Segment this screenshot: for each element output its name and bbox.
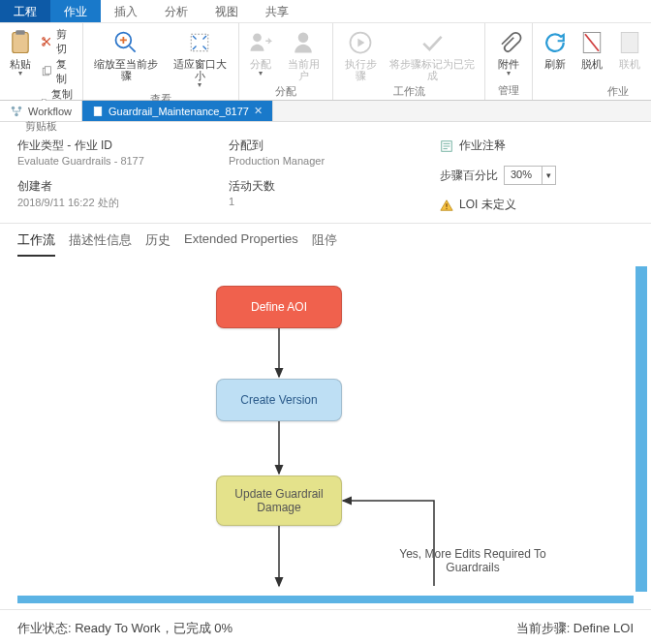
workflow-canvas[interactable]: Define AOI Create Version Update Guardra… — [17, 266, 634, 603]
play-icon — [347, 29, 374, 56]
chevron-down-icon: ▾ — [259, 69, 263, 77]
chevron-down-icon: ▾ — [18, 69, 22, 77]
chevron-down-icon: ▾ — [198, 80, 202, 89]
execute-step-button[interactable]: 执行步骤 — [337, 25, 384, 83]
svg-rect-19 — [94, 107, 102, 115]
ribbon-label-assign: 分配 — [243, 83, 328, 101]
sub-tab-workflow[interactable]: 工作流 — [17, 231, 55, 257]
refresh-button[interactable]: 刷新 — [537, 25, 574, 72]
tab-project[interactable]: 工程 — [0, 0, 50, 22]
workflow-canvas-wrap: Define AOI Create Version Update Guardra… — [17, 266, 647, 603]
attach-button[interactable]: 附件 ▾ — [489, 25, 528, 79]
active-days-value: 1 — [229, 196, 440, 207]
ribbon-label-manage: 管理 — [489, 82, 528, 100]
loi-warning: LOI 未定义 — [440, 197, 634, 213]
offline-icon — [578, 29, 605, 56]
assign-value: Production Manager — [229, 155, 440, 167]
ribbon-group-assign: 分配 ▾ 当前用户 分配 — [239, 23, 333, 100]
assign-button[interactable]: 分配 ▾ — [243, 25, 279, 79]
tab-view[interactable]: 视图 — [202, 0, 252, 22]
ribbon-label-workflow: 工作流 — [337, 83, 480, 101]
paste-icon — [7, 29, 34, 56]
pct-value: 30% — [505, 167, 542, 184]
paperclip-icon — [495, 29, 522, 56]
chevron-down-icon: ▾ — [542, 167, 555, 184]
offline-button[interactable]: 脱机 — [574, 25, 610, 72]
sub-tabs: 工作流 描述性信息 历史 Extended Properties 阻停 — [0, 224, 651, 257]
job-type-label: 作业类型 - 作业 ID — [17, 138, 229, 154]
sub-tab-desc[interactable]: 描述性信息 — [69, 231, 132, 257]
current-user-button[interactable]: 当前用户 — [279, 25, 328, 83]
user-arrow-icon — [247, 29, 274, 56]
online-icon — [616, 29, 643, 56]
sub-tab-history[interactable]: 历史 — [145, 231, 170, 257]
doc-tab-file[interactable]: Guardrail_Maintenance_8177 ✕ — [82, 101, 273, 121]
pct-dropdown[interactable]: 30% ▾ — [504, 166, 556, 185]
copy-button[interactable]: 复制 — [41, 57, 75, 86]
chevron-down-icon: ▾ — [507, 69, 511, 77]
close-icon[interactable]: ✕ — [254, 105, 263, 117]
fit-window-icon — [186, 29, 213, 56]
svg-rect-5 — [46, 67, 51, 75]
svg-point-18 — [15, 112, 18, 116]
top-tabs: 工程 作业 插入 分析 视图 共享 — [0, 0, 651, 23]
node-update-damage[interactable]: Update Guardrail Damage — [216, 475, 342, 526]
paste-button[interactable]: 粘贴 ▾ — [4, 25, 37, 79]
svg-rect-13 — [621, 33, 638, 53]
pct-label: 步骤百分比 — [440, 168, 498, 184]
horizontal-scrollbar[interactable] — [17, 596, 634, 603]
svg-point-9 — [254, 33, 263, 42]
notes-icon — [440, 139, 453, 153]
ribbon-group-manage: 附件 ▾ 管理 — [485, 23, 533, 100]
job-notes[interactable]: 作业注释 — [440, 138, 634, 154]
tab-work[interactable]: 作业 — [50, 0, 101, 22]
creator-value: 2018/9/11 16:22 处的 — [17, 196, 229, 210]
copy-icon — [41, 65, 52, 78]
creator-label: 创建者 — [17, 178, 229, 195]
vertical-scrollbar[interactable] — [636, 266, 647, 592]
ribbon-group-job: 刷新 脱机 联机 克隆作业 作业 — [533, 23, 651, 100]
ribbon-group-clipboard: 粘贴 ▾ 剪切 复制 复制路径 剪贴板 — [0, 23, 83, 100]
assign-label: 分配到 — [229, 138, 440, 154]
svg-point-10 — [298, 33, 309, 44]
sub-tab-ext[interactable]: Extended Properties — [184, 231, 298, 257]
edge-label-more-edits: Yes, More Edits Required To Guardrails — [390, 547, 555, 574]
svg-point-16 — [12, 106, 16, 109]
fit-window-button[interactable]: 适应窗口大小 ▾ — [165, 25, 234, 91]
svg-point-21 — [446, 207, 447, 208]
refresh-icon — [542, 29, 569, 56]
check-icon — [418, 29, 446, 56]
svg-rect-1 — [16, 30, 24, 35]
sub-tab-block[interactable]: 阻停 — [312, 231, 337, 257]
mark-done-button[interactable]: 将步骤标记为已完成 — [384, 25, 480, 83]
user-icon — [290, 29, 317, 56]
job-type-value: Evaluate Guardrails - 8177 — [17, 155, 229, 167]
node-create-version[interactable]: Create Version — [216, 379, 342, 421]
online-button[interactable]: 联机 — [611, 25, 648, 72]
node-define-aoi[interactable]: Define AOI — [216, 286, 342, 328]
tab-share[interactable]: 共享 — [252, 0, 302, 22]
ribbon-group-workflow: 执行步骤 将步骤标记为已完成 工作流 — [333, 23, 485, 100]
warning-icon — [440, 199, 453, 212]
cut-button[interactable]: 剪切 — [41, 27, 75, 56]
zoom-to-step-button[interactable]: 缩放至当前步骤 — [87, 25, 165, 83]
doc-tab-workflow[interactable]: Workflow — [0, 101, 82, 121]
info-panel: 作业类型 - 作业 ID Evaluate Guardrails - 8177 … — [0, 122, 651, 224]
svg-rect-0 — [13, 33, 28, 53]
status-bar: 作业状态: Ready To Work，已完成 0% 当前步骤: Define … — [0, 609, 651, 644]
ribbon-group-view: 缩放至当前步骤 适应窗口大小 ▾ 查看 — [83, 23, 239, 100]
workflow-icon — [10, 105, 23, 118]
status-left: 作业状态: Ready To Work，已完成 0% — [17, 620, 232, 637]
svg-point-17 — [18, 106, 22, 109]
active-days-label: 活动天数 — [229, 178, 440, 195]
tab-insert[interactable]: 插入 — [101, 0, 151, 22]
document-tabs: Workflow Guardrail_Maintenance_8177 ✕ — [0, 101, 651, 122]
scissors-icon — [41, 35, 52, 48]
file-icon — [92, 106, 104, 117]
status-right: 当前步骤: Define LOI — [516, 620, 634, 637]
ribbon-label-job: 作业 — [537, 83, 651, 101]
tab-analyze[interactable]: 分析 — [151, 0, 202, 22]
ribbon: 粘贴 ▾ 剪切 复制 复制路径 剪贴板 — [0, 23, 651, 101]
magnifier-plus-icon — [112, 29, 140, 56]
